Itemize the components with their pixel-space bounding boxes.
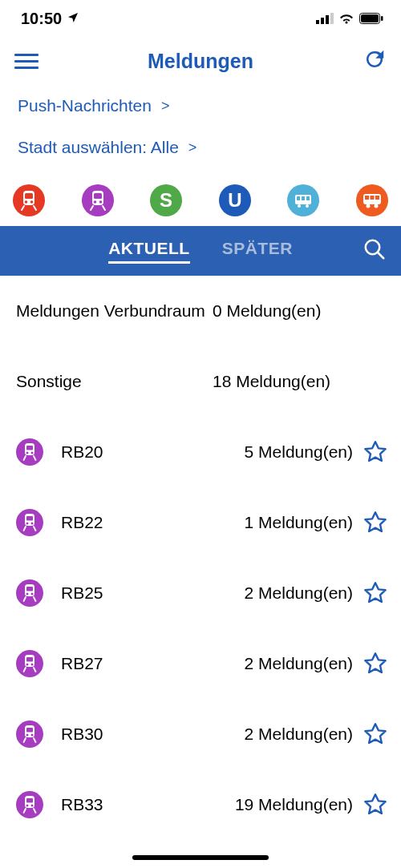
tab-bar: AKTUELL SPÄTER: [0, 226, 401, 276]
push-notifications-link[interactable]: Push-Nachrichten >: [18, 96, 383, 115]
svg-point-34: [374, 204, 378, 208]
train-icon[interactable]: [82, 184, 114, 216]
svg-point-46: [31, 523, 34, 525]
favorite-button[interactable]: [361, 790, 390, 819]
svg-rect-32: [375, 196, 379, 200]
train-icon: [16, 438, 43, 466]
line-name: RB22: [61, 513, 164, 532]
favorite-button[interactable]: [361, 720, 390, 749]
svg-rect-14: [94, 193, 102, 199]
svg-point-66: [31, 805, 34, 807]
svg-point-51: [31, 593, 34, 595]
page-title: Meldungen: [148, 50, 253, 73]
svg-point-55: [26, 664, 29, 666]
chevron-right-icon: >: [188, 139, 197, 156]
battery-icon: [359, 10, 383, 28]
section-row[interactable]: Sonstige18 Meldung(en): [16, 346, 385, 417]
line-count: 1 Meldung(en): [164, 513, 361, 532]
svg-point-61: [31, 734, 34, 737]
svg-point-45: [26, 523, 29, 525]
line-name: RB27: [61, 654, 164, 673]
svg-text:U: U: [228, 189, 241, 211]
line-count: 2 Meldung(en): [164, 654, 361, 673]
svg-point-27: [306, 204, 309, 208]
city-select-label: Stadt auswählen: Alle: [18, 138, 179, 157]
svg-rect-5: [361, 14, 379, 22]
train-icon: [16, 650, 43, 677]
refresh-button[interactable]: [363, 47, 387, 75]
transport-filter-row: SU: [0, 184, 401, 226]
svg-rect-1: [321, 18, 324, 24]
svg-point-11: [30, 200, 34, 204]
svg-rect-23: [297, 196, 300, 200]
line-name: RB33: [61, 795, 164, 814]
train-icon: [16, 579, 43, 607]
line-count: 19 Meldung(en): [164, 795, 361, 814]
svg-rect-2: [326, 15, 329, 24]
section-count: 0 Meldung(en): [213, 301, 385, 321]
svg-point-16: [99, 200, 102, 204]
tram-icon[interactable]: [287, 184, 319, 216]
svg-point-41: [31, 452, 34, 454]
svg-rect-31: [370, 196, 374, 200]
favorite-button[interactable]: [361, 579, 390, 608]
sections: Meldungen Verbundraum0 Meldung(en)Sonsti…: [0, 276, 401, 417]
svg-point-60: [26, 734, 29, 737]
svg-point-40: [26, 452, 29, 454]
svg-rect-39: [26, 446, 33, 450]
push-notifications-label: Push-Nachrichten: [18, 96, 152, 115]
svg-rect-30: [365, 196, 369, 200]
section-label: Sonstige: [16, 372, 213, 391]
svg-rect-24: [302, 196, 305, 200]
train-icon: [16, 791, 43, 818]
line-row[interactable]: RB252 Meldung(en): [16, 558, 390, 628]
location-icon: [67, 10, 79, 28]
favorite-button[interactable]: [361, 649, 390, 678]
bus-icon[interactable]: [356, 184, 388, 216]
svg-rect-3: [330, 13, 334, 24]
svg-rect-9: [25, 193, 33, 199]
svg-rect-0: [316, 20, 319, 24]
regional-train-icon[interactable]: [13, 184, 45, 216]
svg-rect-64: [26, 798, 33, 803]
line-name: RB20: [61, 442, 164, 462]
svg-point-50: [26, 593, 29, 595]
ubahn-icon[interactable]: U: [219, 184, 251, 216]
svg-rect-25: [306, 196, 310, 200]
signal-icon: [316, 10, 334, 28]
svg-point-33: [366, 204, 370, 208]
section-row[interactable]: Meldungen Verbundraum0 Meldung(en): [16, 276, 385, 346]
line-count: 2 Meldung(en): [164, 725, 361, 744]
svg-point-15: [93, 200, 96, 204]
menu-button[interactable]: [14, 54, 38, 69]
tab-spaeter[interactable]: SPÄTER: [222, 239, 293, 264]
tab-aktuell[interactable]: AKTUELL: [108, 239, 190, 264]
favorite-button[interactable]: [361, 438, 390, 466]
section-count: 18 Meldung(en): [213, 372, 385, 391]
svg-rect-49: [26, 587, 33, 591]
svg-point-10: [25, 200, 28, 204]
line-name: RB25: [61, 583, 164, 603]
sbahn-icon[interactable]: S: [150, 184, 182, 216]
wifi-icon: [338, 10, 354, 28]
svg-rect-59: [26, 728, 33, 733]
svg-point-56: [31, 664, 34, 666]
line-list: RB205 Meldung(en)RB221 Meldung(en)RB252 …: [0, 417, 401, 840]
svg-point-26: [298, 204, 301, 208]
chevron-right-icon: >: [161, 98, 170, 115]
favorite-button[interactable]: [361, 508, 390, 537]
city-select-link[interactable]: Stadt auswählen: Alle >: [18, 138, 383, 157]
line-row[interactable]: RB205 Meldung(en): [16, 417, 390, 487]
nav-bar: Meldungen: [0, 37, 401, 85]
line-row[interactable]: RB221 Meldung(en): [16, 487, 390, 558]
line-name: RB30: [61, 725, 164, 744]
train-icon: [16, 721, 43, 748]
search-button[interactable]: [363, 237, 387, 264]
line-count: 2 Meldung(en): [164, 583, 361, 603]
line-row[interactable]: RB302 Meldung(en): [16, 699, 390, 769]
svg-rect-6: [381, 16, 383, 21]
train-icon: [16, 509, 43, 536]
status-bar: 10:50: [0, 0, 401, 37]
line-row[interactable]: RB272 Meldung(en): [16, 628, 390, 699]
line-row[interactable]: RB3319 Meldung(en): [16, 769, 390, 840]
